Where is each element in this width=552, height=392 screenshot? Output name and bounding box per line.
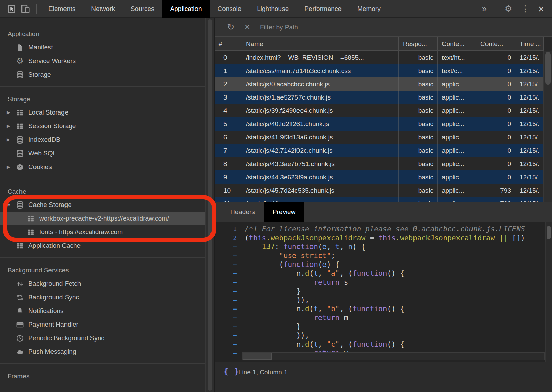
tab-memory[interactable]: Memory — [349, 0, 389, 18]
column-header-conte[interactable]: Conte... — [438, 37, 476, 50]
fold-dash[interactable]: – — [215, 322, 242, 331]
fold-dash[interactable]: – — [215, 278, 242, 287]
fold-dash[interactable]: – — [215, 304, 242, 313]
settings-gear-icon[interactable]: ⚙ — [500, 4, 517, 13]
filter-by-path-input[interactable] — [256, 21, 546, 33]
triangle-right-icon[interactable]: ▶ — [7, 137, 16, 142]
sidebar-item-notifications[interactable]: Notifications — [0, 304, 205, 318]
triangle-right-icon[interactable]: ▶ — [7, 110, 16, 115]
code-line: – } — [215, 287, 545, 296]
tab-lighthouse[interactable]: Lighthouse — [249, 0, 296, 18]
table-scrollbar[interactable] — [543, 51, 552, 202]
device-toolbar-icon[interactable] — [18, 2, 32, 16]
table-row[interactable]: 11/static/js/46...basicapplic...79312/15… — [215, 197, 544, 202]
sidebar-item-indexeddb[interactable]: ▶IndexedDB — [0, 133, 205, 147]
preview-tab-headers[interactable]: Headers — [221, 202, 264, 222]
table-row[interactable]: 1/static/css/main.7d14b3cc.chunk.cssbasi… — [215, 64, 544, 77]
preview-vertical-scrollbar-thumb[interactable] — [547, 226, 551, 239]
cache-entries-table: #NameRespo...Conte...Conte...Time ... 0/… — [215, 37, 544, 202]
sidebar-item-payment-handler[interactable]: Payment Handler — [0, 318, 205, 331]
column-header-name[interactable]: Name — [242, 37, 399, 50]
fold-dash[interactable]: – — [215, 260, 242, 269]
tab-console[interactable]: Console — [210, 0, 249, 18]
inspect-element-icon[interactable] — [5, 2, 18, 16]
sidebar-item-label: Cookies — [28, 163, 52, 171]
column-header-conte[interactable]: Conte... — [476, 37, 515, 50]
table-row[interactable]: 10/static/js/45.7d24c535.chunk.jsbasicap… — [215, 184, 544, 197]
column-header-time[interactable]: Time ... — [515, 37, 544, 50]
row-number: 3 — [215, 91, 242, 104]
more-tabs-chevron-icon[interactable]: » — [477, 4, 492, 14]
row-number: 2 — [215, 77, 242, 91]
clear-icon[interactable]: × — [245, 22, 250, 32]
code-text: n.d(t, "c", (function() { — [242, 340, 404, 349]
sidebar-scrollbar[interactable] — [205, 18, 214, 392]
fold-dash[interactable]: – — [215, 313, 242, 322]
code-line: – return s — [215, 278, 545, 287]
sidebar-item-push-messaging[interactable]: Push Messaging — [0, 345, 205, 359]
entry-time: 12/15/. — [515, 197, 544, 202]
table-row[interactable]: 4/static/js/39.f2490ee4.chunk.jsbasicapp… — [215, 104, 544, 117]
content-type: applic... — [438, 197, 476, 202]
sidebar-item-fonts-https-excalidraw-com[interactable]: fonts - https://excalidraw.com — [0, 225, 205, 239]
sidebar-item-manifest[interactable]: Manifest — [0, 41, 205, 54]
table-row[interactable]: 2/static/js/0.acabcbcc.chunk.jsbasicappl… — [215, 77, 544, 91]
sidebar-item-cache-storage[interactable]: ▼Cache Storage — [0, 198, 205, 212]
sidebar-item-storage[interactable]: Storage — [0, 68, 205, 81]
triangle-right-icon[interactable]: ▶ — [7, 124, 16, 129]
fold-dash[interactable]: – — [215, 296, 242, 304]
fold-dash[interactable]: – — [215, 269, 242, 278]
table-scrollbar-thumb[interactable] — [545, 52, 551, 85]
tab-network[interactable]: Network — [83, 0, 123, 18]
fold-dash[interactable]: – — [215, 358, 242, 362]
sidebar-scrollbar-thumb[interactable] — [208, 19, 212, 391]
content-type: applic... — [438, 104, 476, 117]
triangle-right-icon[interactable]: ▶ — [7, 165, 16, 169]
fold-dash[interactable]: – — [215, 349, 242, 358]
triangle-down-icon[interactable]: ▼ — [7, 202, 16, 207]
sidebar-item-background-sync[interactable]: Background Sync — [0, 290, 205, 304]
tab-sources[interactable]: Sources — [123, 0, 162, 18]
column-header-respo[interactable]: Respo... — [399, 37, 438, 50]
sidebar-item-local-storage[interactable]: ▶Local Storage — [0, 106, 205, 119]
table-row[interactable]: 6/static/js/41.9f3d13a6.chunk.jsbasicapp… — [215, 131, 544, 144]
sidebar-item-background-fetch[interactable]: Background Fetch — [0, 277, 205, 290]
table-row[interactable]: 7/static/js/42.7142f02c.chunk.jsbasicapp… — [215, 144, 544, 157]
preview-horizontal-scrollbar[interactable] — [242, 352, 545, 360]
tab-elements[interactable]: Elements — [41, 0, 83, 18]
code-text: 137: function(e, t, n) { — [242, 242, 365, 251]
table-row[interactable]: 3/static/js/1.ae52757c.chunk.jsbasicappl… — [215, 91, 544, 104]
sidebar-item-service-workers[interactable]: ⚙Service Workers — [0, 54, 205, 68]
fold-dash[interactable]: – — [215, 251, 242, 260]
table-row[interactable]: 0/index.html?__WB_REVISION__=6855...basi… — [215, 51, 544, 64]
sidebar-item-web-sql[interactable]: Web SQL — [0, 147, 205, 160]
sidebar-item-cookies[interactable]: ▶Cookies — [0, 160, 205, 174]
sidebar-item-workbox-precache-v2-https-excalidraw-com[interactable]: workbox-precache-v2-https://excalidraw.c… — [0, 212, 205, 225]
sidebar-item-session-storage[interactable]: ▶Session Storage — [0, 119, 205, 133]
table-row[interactable]: 5/static/js/40.fd2ff261.chunk.jsbasicapp… — [215, 117, 544, 131]
braces-icon[interactable]: { } — [223, 367, 240, 376]
fold-dash[interactable]: – — [215, 340, 242, 349]
refresh-icon[interactable]: ↻ — [227, 21, 235, 32]
row-number: 10 — [215, 184, 242, 197]
content-length: 0 — [476, 157, 515, 170]
close-devtools-icon[interactable]: × — [534, 3, 549, 14]
tab-performance[interactable]: Performance — [296, 0, 349, 18]
preview-vertical-scrollbar[interactable] — [545, 222, 552, 362]
sidebar-item-label: fonts - https://excalidraw.com — [39, 228, 123, 236]
sidebar-item-application-cache[interactable]: Application Cache — [0, 239, 205, 253]
preview-horizontal-scrollbar-thumb[interactable] — [243, 353, 272, 360]
cache-storage-panel: ↻ × #NameRespo...Conte...Conte...Time ..… — [214, 18, 552, 392]
kebab-menu-icon[interactable]: ⋮ — [517, 4, 534, 13]
table-row[interactable]: 9/static/js/44.3e623f9a.chunk.jsbasicapp… — [215, 170, 544, 184]
column-header-num[interactable]: # — [215, 37, 242, 50]
tab-application[interactable]: Application — [162, 0, 210, 18]
fold-dash[interactable]: – — [215, 287, 242, 296]
sidebar-item-periodic-background-sync[interactable]: Periodic Background Sync — [0, 331, 205, 345]
toolbar-divider — [496, 4, 496, 14]
fold-dash[interactable]: – — [215, 242, 242, 251]
preview-tab-preview[interactable]: Preview — [264, 202, 305, 222]
fold-dash[interactable]: – — [215, 331, 242, 340]
table-row[interactable]: 8/static/js/43.3ae7b751.chunk.jsbasicapp… — [215, 157, 544, 170]
content-length: 0 — [476, 64, 515, 77]
